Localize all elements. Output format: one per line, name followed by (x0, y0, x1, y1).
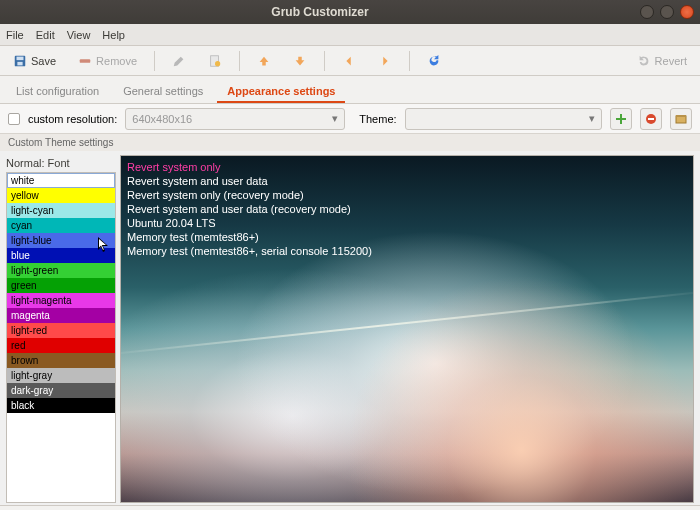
boot-entry: Memory test (memtest86+, serial console … (127, 244, 372, 258)
color-swatch-brown[interactable]: brown (7, 353, 115, 368)
arrow-down-icon (293, 54, 307, 68)
chevron-left-icon (342, 54, 356, 68)
boot-entry: Revert system only (recovery mode) (127, 188, 372, 202)
revert-button: Revert (630, 51, 694, 71)
separator (409, 51, 410, 71)
tab-general-settings[interactable]: General settings (113, 80, 213, 103)
theme-add-button[interactable] (610, 108, 632, 130)
theme-label: Theme: (359, 113, 396, 125)
normal-font-label: Normal: Font (6, 155, 116, 172)
color-swatch-list[interactable]: whiteyellowlight-cyancyanlight-bluebluel… (6, 172, 116, 503)
minimize-button[interactable] (640, 5, 654, 19)
color-swatch-light-green[interactable]: light-green (7, 263, 115, 278)
window-title: Grub Customizer (6, 5, 634, 19)
color-swatch-black[interactable]: black (7, 398, 115, 413)
remove-label: Remove (96, 55, 137, 67)
settings-row: custom resolution: 640x480x16 ▾ Theme: ▾ (0, 104, 700, 134)
save-icon (13, 54, 27, 68)
tabs: List configuration General settings Appe… (0, 76, 700, 104)
menu-view[interactable]: View (67, 29, 91, 41)
custom-resolution-label: custom resolution: (28, 113, 117, 125)
save-button[interactable]: Save (6, 51, 63, 71)
chevron-down-icon: ▾ (332, 112, 338, 125)
menu-edit[interactable]: Edit (36, 29, 55, 41)
chevron-down-icon: ▾ (589, 112, 595, 125)
color-swatch-cyan[interactable]: cyan (7, 218, 115, 233)
color-swatch-light-red[interactable]: light-red (7, 323, 115, 338)
color-swatch-light-blue[interactable]: light-blue (7, 233, 115, 248)
svg-point-5 (215, 61, 220, 66)
next-button (371, 51, 399, 71)
save-label: Save (31, 55, 56, 67)
theme-remove-button[interactable] (640, 108, 662, 130)
minus-icon (78, 54, 92, 68)
menu-help[interactable]: Help (102, 29, 125, 41)
remove-icon (645, 113, 657, 125)
color-swatch-red[interactable]: red (7, 338, 115, 353)
pencil-icon (172, 54, 186, 68)
toolbar: Save Remove Revert (0, 46, 700, 76)
revert-label: Revert (655, 55, 687, 67)
boot-entry: Memory test (memtest86+) (127, 230, 372, 244)
svg-rect-7 (648, 118, 654, 120)
resolution-combo[interactable]: 640x480x16 ▾ (125, 108, 345, 130)
menubar: File Edit View Help (0, 24, 700, 46)
boot-entry: Revert system and user data (127, 174, 372, 188)
statusbar: ad wsxdn.com (0, 505, 700, 510)
refresh-icon (427, 54, 441, 68)
new-entry-button (201, 51, 229, 71)
color-swatch-white[interactable]: white (7, 173, 115, 188)
arrow-up-icon (257, 54, 271, 68)
custom-resolution-checkbox[interactable] (8, 113, 20, 125)
boot-entry: Revert system and user data (recovery mo… (127, 202, 372, 216)
remove-button: Remove (71, 51, 144, 71)
boot-entry: Ubuntu 20.04 LTS (127, 216, 372, 230)
boot-entry-selected: Revert system only (127, 160, 372, 174)
svg-rect-9 (676, 115, 686, 117)
color-swatch-light-magenta[interactable]: light-magenta (7, 293, 115, 308)
move-up-button (250, 51, 278, 71)
color-swatch-dark-gray[interactable]: dark-gray (7, 383, 115, 398)
chevron-right-icon (378, 54, 392, 68)
color-swatch-light-gray[interactable]: light-gray (7, 368, 115, 383)
tab-list-configuration[interactable]: List configuration (6, 80, 109, 103)
color-panel: Normal: Font whiteyellowlight-cyancyanli… (6, 155, 116, 503)
color-swatch-magenta[interactable]: magenta (7, 308, 115, 323)
theme-folder-button[interactable] (670, 108, 692, 130)
svg-rect-2 (17, 61, 22, 65)
reload-button[interactable] (420, 51, 448, 71)
svg-rect-3 (80, 59, 91, 63)
new-doc-icon (208, 54, 222, 68)
color-swatch-yellow[interactable]: yellow (7, 188, 115, 203)
prev-button (335, 51, 363, 71)
separator (324, 51, 325, 71)
revert-icon (637, 54, 651, 68)
svg-rect-8 (676, 116, 686, 123)
color-swatch-green[interactable]: green (7, 278, 115, 293)
separator (154, 51, 155, 71)
tab-appearance-settings[interactable]: Appearance settings (217, 80, 345, 103)
svg-rect-1 (17, 56, 24, 60)
resolution-value: 640x480x16 (132, 113, 192, 125)
maximize-button[interactable] (660, 5, 674, 19)
archive-icon (675, 113, 687, 125)
move-down-button (286, 51, 314, 71)
color-swatch-light-cyan[interactable]: light-cyan (7, 203, 115, 218)
close-button[interactable] (680, 5, 694, 19)
menu-file[interactable]: File (6, 29, 24, 41)
plus-icon (615, 113, 627, 125)
color-swatch-blue[interactable]: blue (7, 248, 115, 263)
preview-pane: Revert system onlyRevert system and user… (120, 155, 694, 503)
theme-combo[interactable]: ▾ (405, 108, 602, 130)
section-custom-theme: Custom Theme settings (0, 134, 700, 151)
separator (239, 51, 240, 71)
titlebar: Grub Customizer (0, 0, 700, 24)
boot-menu-preview: Revert system onlyRevert system and user… (127, 160, 372, 258)
edit-entry-button (165, 51, 193, 71)
workarea: Normal: Font whiteyellowlight-cyancyanli… (0, 151, 700, 505)
